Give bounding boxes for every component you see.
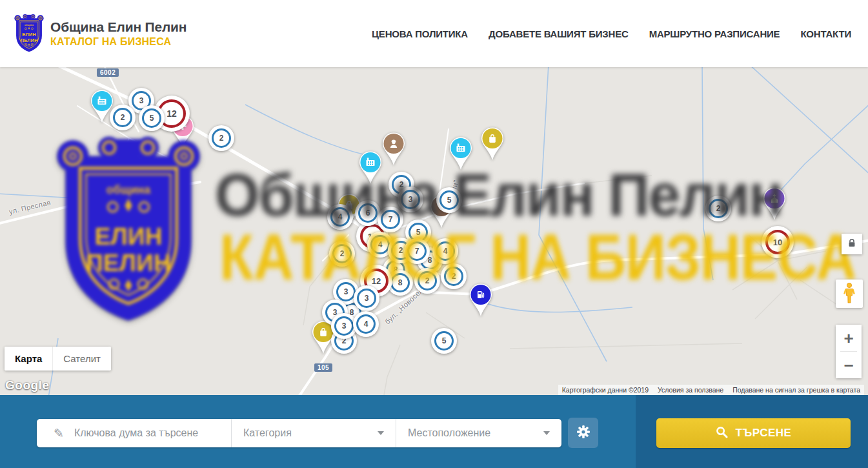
cluster-marker[interactable]: 3: [354, 285, 379, 311]
cluster-count: 5: [142, 108, 161, 128]
location-select[interactable]: Местоположение: [396, 419, 561, 447]
map-view-button[interactable]: Карта: [5, 347, 52, 371]
search-fields-group: ✎ Категория Местоположение: [37, 419, 561, 447]
search-bar: ✎ Категория Местоположение ТЪРСЕНЕ: [0, 395, 868, 468]
road-number-label: 105: [314, 363, 332, 372]
page: община ЕЛИН ПЕЛИН Община Елин Пелин КАТА…: [0, 0, 868, 468]
satellite-view-button[interactable]: Сателит: [52, 347, 111, 371]
pegman-icon: [843, 282, 856, 306]
cluster-count: 2: [418, 271, 437, 290]
cluster-marker[interactable]: 4: [353, 311, 379, 337]
pin-marker[interactable]: [760, 185, 789, 221]
road-number-label: 6002: [97, 68, 119, 77]
cluster-count: 6: [358, 203, 378, 223]
nav-item-0[interactable]: ЦЕНОВА ПОЛИТИКА: [372, 28, 468, 39]
svg-text:община: община: [25, 24, 34, 26]
cluster-marker[interactable]: 2: [441, 263, 467, 289]
cluster-count: 7: [381, 210, 400, 229]
search-button[interactable]: ТЪРСЕНЕ: [656, 418, 851, 448]
cluster-marker[interactable]: 6: [355, 200, 381, 226]
pegman-button[interactable]: [836, 280, 863, 308]
cluster-count: 4: [436, 241, 455, 261]
cluster-marker[interactable]: 5: [436, 187, 462, 213]
cluster-count: 4: [370, 235, 390, 254]
map-canvas[interactable]: ул. Преславбул. „Новоселции" 6002105: [0, 67, 868, 395]
cluster-count: 2: [212, 128, 231, 148]
cluster-count: 4: [356, 314, 376, 334]
cluster-count: 7: [407, 241, 427, 261]
site-logo[interactable]: община ЕЛИН ПЕЛИН Община Елин Пелин КАТА…: [14, 14, 187, 54]
attribution-link[interactable]: Подаване на сигнал за грешка в картата: [732, 386, 860, 394]
cluster-count: 2: [709, 199, 728, 218]
brand-text: Община Елин Пелин КАТАЛОГ НА БИЗНЕСА: [50, 19, 187, 48]
nav-item-3[interactable]: КОНТАКТИ: [800, 28, 851, 39]
cluster-count: 2: [113, 108, 132, 127]
search-icon: [716, 426, 728, 440]
location-select-label: Местоположение: [408, 427, 490, 439]
cluster-marker[interactable]: 2: [705, 196, 731, 221]
cluster-count: 3: [401, 190, 420, 209]
cluster-marker[interactable]: 4: [432, 238, 458, 264]
category-select-label: Категория: [243, 427, 292, 439]
header: община ЕЛИН ПЕЛИН Община Елин Пелин КАТА…: [0, 0, 868, 67]
zoom-in-button[interactable]: +: [836, 325, 862, 351]
main-nav: ЦЕНОВА ПОЛИТИКАДОБАВЕТЕ ВАШИЯТ БИЗНЕСМАР…: [372, 28, 851, 39]
search-button-label: ТЪРСЕНЕ: [736, 427, 792, 440]
gear-icon: [576, 424, 591, 442]
attribution-link[interactable]: Условия за ползване: [658, 386, 723, 394]
nav-item-1[interactable]: ДОБАВЕТЕ ВАШИЯТ БИЗНЕС: [489, 28, 629, 39]
cluster-count: 2: [332, 244, 352, 263]
cluster-marker[interactable]: 4: [327, 204, 353, 230]
cluster-marker[interactable]: 2: [208, 125, 234, 151]
cluster-count: 10: [765, 230, 790, 254]
pencil-icon: ✎: [54, 426, 64, 441]
cluster-marker[interactable]: 2: [329, 241, 355, 267]
cluster-marker[interactable]: 7: [378, 207, 403, 232]
cluster-marker[interactable]: 5: [139, 105, 165, 131]
pin-marker[interactable]: [447, 135, 475, 171]
cluster-marker[interactable]: 10: [762, 226, 794, 258]
pin-marker[interactable]: [356, 149, 385, 185]
keyword-field[interactable]: ✎: [37, 419, 231, 447]
cluster-count: 4: [330, 207, 350, 227]
cluster-marker[interactable]: 7: [404, 238, 430, 264]
cluster-count: 3: [357, 289, 376, 308]
zoom-out-button[interactable]: −: [836, 352, 862, 378]
chevron-down-icon: [543, 431, 550, 435]
attribution-copyright: Картографски данни ©2019: [562, 386, 649, 394]
cluster-marker[interactable]: 2: [110, 105, 136, 130]
cluster-marker[interactable]: 3: [398, 187, 423, 212]
lock-button[interactable]: [842, 234, 862, 254]
cluster-count: 8: [390, 273, 410, 292]
cluster-count: 2: [444, 267, 463, 286]
site-subtitle: КАТАЛОГ НА БИЗНЕСА: [50, 36, 187, 48]
advanced-settings-button[interactable]: [568, 418, 598, 448]
keyword-input[interactable]: [73, 427, 231, 440]
municipality-emblem-icon: община ЕЛИН ПЕЛИН: [14, 14, 44, 54]
cluster-marker[interactable]: 2: [414, 268, 440, 294]
zoom-control: + −: [836, 325, 862, 378]
nav-item-2[interactable]: МАРШРУТНО РАЗПИСАНИЕ: [649, 28, 780, 39]
pin-marker[interactable]: [478, 125, 507, 161]
cluster-count: 3: [334, 316, 354, 336]
cluster-count: 5: [434, 331, 454, 351]
cluster-marker[interactable]: 5: [431, 328, 457, 354]
map-attribution: Картографски данни ©2019Условия за ползв…: [558, 385, 864, 395]
chevron-down-icon: [378, 431, 384, 435]
category-select[interactable]: Категория: [231, 419, 396, 447]
pin-marker[interactable]: [467, 281, 495, 318]
google-logo[interactable]: Google: [5, 378, 49, 392]
map-type-control: Карта Сателит: [5, 347, 111, 371]
svg-text:ПЕЛИН: ПЕЛИН: [20, 37, 37, 43]
cluster-count: 3: [336, 282, 356, 301]
svg-text:ЕЛИН: ЕЛИН: [22, 32, 36, 37]
lock-icon: [847, 238, 856, 250]
cluster-count: 5: [439, 190, 459, 210]
site-title: Община Елин Пелин: [50, 19, 187, 35]
